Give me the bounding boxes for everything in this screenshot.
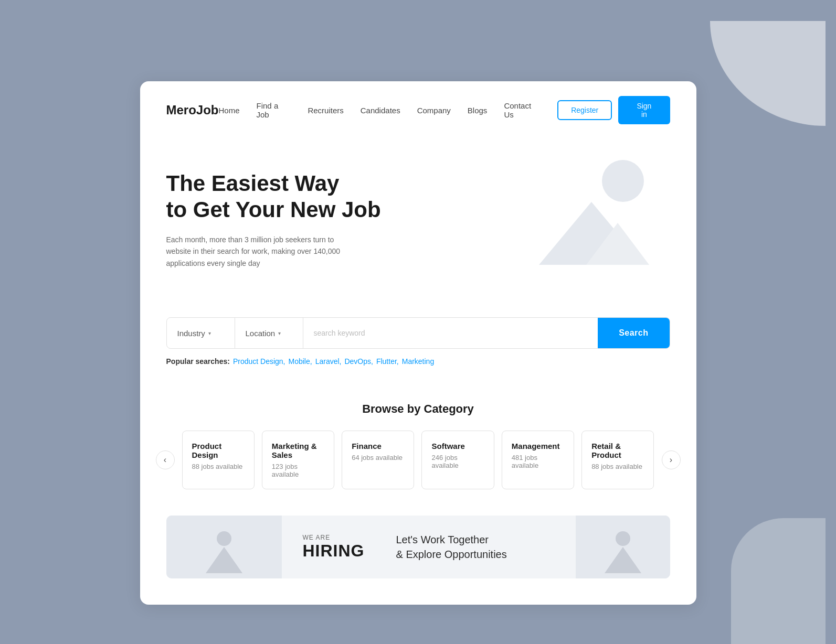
popular-mobile[interactable]: Mobile, bbox=[289, 357, 312, 366]
location-dropdown[interactable]: Location ▾ bbox=[235, 318, 303, 348]
hero-section: The Easiest Way to Get Your New Job Each… bbox=[140, 139, 696, 317]
popular-marketing[interactable]: Marketing bbox=[402, 357, 434, 366]
nav-contact-us[interactable]: Contact Us bbox=[504, 101, 541, 119]
nav-candidates[interactable]: Candidates bbox=[361, 106, 400, 115]
corner-decoration-top bbox=[710, 21, 826, 126]
nav-home[interactable]: Home bbox=[219, 106, 240, 115]
tagline-line2: & Explore Opportunities bbox=[396, 549, 507, 560]
category-name-2: Finance bbox=[352, 442, 404, 450]
category-name-4: Management bbox=[512, 442, 564, 450]
navbar: MeroJob Home Find a Job Recruiters Candi… bbox=[140, 81, 696, 139]
nav-links: Home Find a Job Recruiters Candidates Co… bbox=[219, 101, 541, 119]
search-button[interactable]: Search bbox=[598, 318, 669, 348]
person-head-right bbox=[616, 531, 630, 546]
illus-mountain-small bbox=[586, 223, 649, 265]
category-jobs-0: 88 jobs available bbox=[192, 463, 245, 470]
tagline-line1: Let's Work Together bbox=[396, 534, 489, 545]
category-jobs-2: 64 jobs available bbox=[352, 454, 404, 461]
person-icon-right bbox=[605, 531, 641, 573]
register-button[interactable]: Register bbox=[557, 100, 612, 120]
category-jobs-4: 481 jobs available bbox=[512, 454, 564, 469]
category-card-retail-product[interactable]: Retail & Product 88 jobs available bbox=[581, 431, 654, 489]
main-card: MeroJob Home Find a Job Recruiters Candi… bbox=[140, 81, 696, 605]
signin-button[interactable]: Sign in bbox=[618, 96, 670, 124]
corner-decoration-bottom bbox=[731, 518, 826, 644]
category-card-finance[interactable]: Finance 64 jobs available bbox=[342, 431, 414, 489]
popular-searches: Popular searches: Product Design, Mobile… bbox=[166, 357, 670, 366]
industry-label: Industry bbox=[177, 329, 205, 338]
hero-subtitle: Each month, more than 3 million job seek… bbox=[166, 234, 345, 269]
category-card-software[interactable]: Software 246 jobs available bbox=[421, 431, 494, 489]
hiring-section: WE ARE HIRING Let's Work Together & Expl… bbox=[140, 505, 696, 605]
popular-product-design[interactable]: Product Design, bbox=[233, 357, 285, 366]
explore-text: Let's Work Together & Explore Opportunit… bbox=[396, 532, 507, 562]
page-wrapper: MeroJob Home Find a Job Recruiters Candi… bbox=[10, 21, 826, 644]
category-name-0: Product Design bbox=[192, 442, 245, 459]
location-label: Location bbox=[246, 329, 276, 338]
banner-image-right bbox=[576, 516, 670, 578]
industry-dropdown[interactable]: Industry ▾ bbox=[167, 318, 235, 348]
industry-chevron-icon: ▾ bbox=[208, 330, 211, 336]
nav-blogs[interactable]: Blogs bbox=[468, 106, 488, 115]
nav-find-job[interactable]: Find a Job bbox=[257, 101, 291, 119]
category-card-product-design[interactable]: Product Design 88 jobs available bbox=[182, 431, 255, 489]
category-name-3: Software bbox=[431, 442, 484, 450]
illus-circle bbox=[602, 160, 644, 202]
category-card-management[interactable]: Management 481 jobs available bbox=[502, 431, 574, 489]
hero-title: The Easiest Way to Get Your New Job bbox=[166, 170, 408, 223]
we-are-hiring: WE ARE HIRING bbox=[303, 534, 365, 561]
category-jobs-5: 88 jobs available bbox=[591, 463, 644, 470]
category-section: Browse by Category ‹ Product Design 88 j… bbox=[140, 381, 696, 505]
category-card-marketing-sales[interactable]: Marketing & Sales 123 jobs available bbox=[262, 431, 334, 489]
location-chevron-icon: ▾ bbox=[278, 330, 281, 336]
search-section: Industry ▾ Location ▾ Search Popular sea… bbox=[140, 317, 696, 381]
logo: MeroJob bbox=[166, 103, 219, 117]
search-input[interactable] bbox=[303, 318, 598, 348]
category-name-1: Marketing & Sales bbox=[272, 442, 324, 459]
category-carousel: ‹ Product Design 88 jobs available Marke… bbox=[156, 431, 681, 489]
carousel-prev-button[interactable]: ‹ bbox=[156, 450, 175, 469]
nav-recruiters[interactable]: Recruiters bbox=[308, 106, 343, 115]
hero-illustration bbox=[539, 160, 654, 265]
person-icon-left bbox=[206, 531, 242, 573]
hiring-text: HIRING bbox=[303, 541, 365, 561]
hero-text: The Easiest Way to Get Your New Job Each… bbox=[166, 170, 408, 269]
popular-label: Popular searches: bbox=[166, 357, 230, 366]
person-body-right bbox=[605, 547, 641, 573]
search-bar: Industry ▾ Location ▾ Search bbox=[166, 317, 670, 349]
popular-laravel[interactable]: Laravel, bbox=[315, 357, 342, 366]
we-are-text: WE ARE bbox=[303, 534, 365, 541]
hero-title-line1: The Easiest Way bbox=[166, 171, 340, 196]
category-jobs-3: 246 jobs available bbox=[431, 454, 484, 469]
popular-flutter[interactable]: Flutter, bbox=[376, 357, 399, 366]
nav-company[interactable]: Company bbox=[417, 106, 451, 115]
category-name-5: Retail & Product bbox=[591, 442, 644, 459]
carousel-next-button[interactable]: › bbox=[662, 450, 681, 469]
banner-image-left bbox=[166, 516, 282, 578]
person-body-left bbox=[206, 547, 242, 573]
hero-title-line2: to Get Your New Job bbox=[166, 197, 381, 222]
popular-devops[interactable]: DevOps, bbox=[344, 357, 373, 366]
person-head-left bbox=[217, 531, 231, 546]
banner-content: WE ARE HIRING Let's Work Together & Expl… bbox=[282, 517, 576, 577]
category-cards: Product Design 88 jobs available Marketi… bbox=[182, 431, 654, 489]
hiring-banner: WE ARE HIRING Let's Work Together & Expl… bbox=[166, 516, 670, 578]
category-jobs-1: 123 jobs available bbox=[272, 463, 324, 478]
category-title: Browse by Category bbox=[156, 402, 681, 416]
